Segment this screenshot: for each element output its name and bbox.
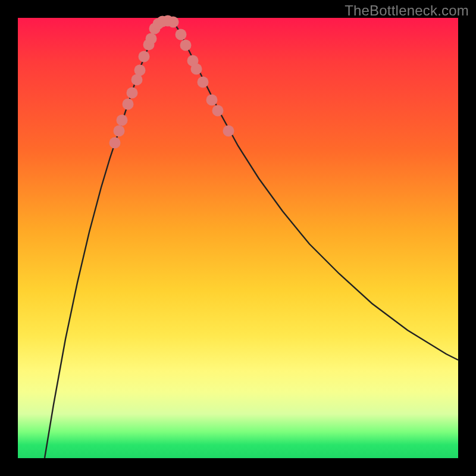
chart-frame: TheBottleneck.com	[0, 0, 476, 476]
data-dot	[176, 29, 187, 40]
curves-svg	[18, 18, 458, 458]
data-dot	[212, 105, 224, 117]
data-dot	[191, 64, 202, 75]
data-dot	[109, 137, 121, 149]
data-dot	[223, 126, 234, 137]
data-dots	[109, 15, 234, 149]
data-dot	[117, 115, 128, 126]
watermark-text: TheBottleneck.com	[345, 2, 469, 19]
left-curve	[45, 21, 161, 458]
data-dot	[114, 126, 125, 137]
plot-area	[18, 18, 458, 458]
data-dot	[134, 65, 146, 76]
data-dot	[168, 17, 179, 28]
data-dot	[206, 95, 218, 106]
data-dot	[123, 99, 134, 110]
data-dot	[139, 51, 150, 62]
data-dot	[180, 40, 192, 51]
data-dot	[198, 77, 209, 88]
right-curve	[173, 21, 458, 360]
data-dot	[146, 33, 157, 45]
data-dot	[127, 87, 138, 99]
